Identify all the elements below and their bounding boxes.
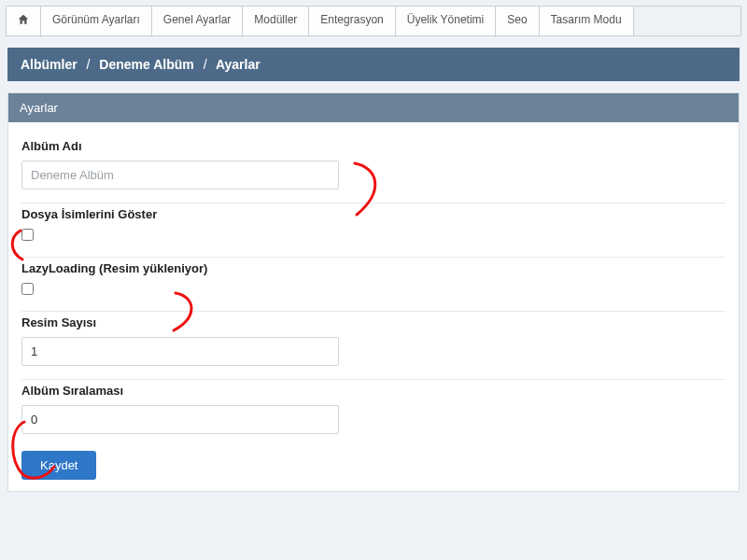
nav-uyelik-yonetimi[interactable]: Üyelik Yönetimi: [396, 7, 496, 35]
settings-panel: Ayarlar Albüm Adı Dosya İsimlerini Göste…: [7, 92, 740, 492]
field-image-count: Resim Sayısı: [21, 312, 726, 380]
nav-gorunum-ayarlari[interactable]: Görünüm Ayarları: [41, 7, 152, 35]
input-image-count[interactable]: [21, 337, 339, 366]
breadcrumb-ayarlar: Ayarlar: [216, 57, 261, 72]
field-album-order: Albüm Sıralaması: [21, 380, 726, 443]
nav-entegrasyon[interactable]: Entegrasyon: [309, 7, 395, 35]
input-album-order[interactable]: [21, 405, 339, 434]
nav-home[interactable]: [7, 7, 41, 35]
field-show-filenames: Dosya İsimlerini Göster: [21, 203, 726, 258]
checkbox-show-filenames[interactable]: [21, 229, 34, 241]
breadcrumb-deneme-album[interactable]: Deneme Albüm: [99, 57, 193, 72]
label-lazy-loading: LazyLoading (Resim yükleniyor): [21, 261, 726, 275]
panel-body: Albüm Adı Dosya İsimlerini Göster LazyLo…: [8, 122, 739, 491]
nav-genel-ayarlar[interactable]: Genel Ayarlar: [152, 7, 244, 35]
breadcrumb-sep: /: [198, 57, 213, 72]
breadcrumb: Albümler / Deneme Albüm / Ayarlar: [7, 48, 740, 81]
label-album-name: Albüm Adı: [21, 139, 726, 153]
panel-title: Ayarlar: [8, 93, 739, 122]
label-album-order: Albüm Sıralaması: [21, 384, 726, 398]
label-image-count: Resim Sayısı: [21, 315, 726, 329]
checkbox-lazy-loading[interactable]: [21, 283, 34, 295]
top-nav: Görünüm Ayarları Genel Ayarlar Modüller …: [6, 6, 741, 36]
nav-seo[interactable]: Seo: [496, 7, 539, 35]
nav-moduller[interactable]: Modüller: [243, 7, 309, 35]
save-button[interactable]: Kaydet: [21, 451, 96, 480]
input-album-name[interactable]: [21, 161, 339, 189]
nav-tasarim-modu[interactable]: Tasarım Modu: [540, 7, 634, 35]
field-lazy-loading: LazyLoading (Resim yükleniyor): [21, 258, 726, 312]
home-icon: [17, 13, 30, 29]
breadcrumb-sep: /: [81, 57, 96, 72]
breadcrumb-albumler[interactable]: Albümler: [21, 57, 78, 72]
label-show-filenames: Dosya İsimlerini Göster: [21, 207, 726, 221]
field-album-name: Albüm Adı: [21, 135, 726, 203]
